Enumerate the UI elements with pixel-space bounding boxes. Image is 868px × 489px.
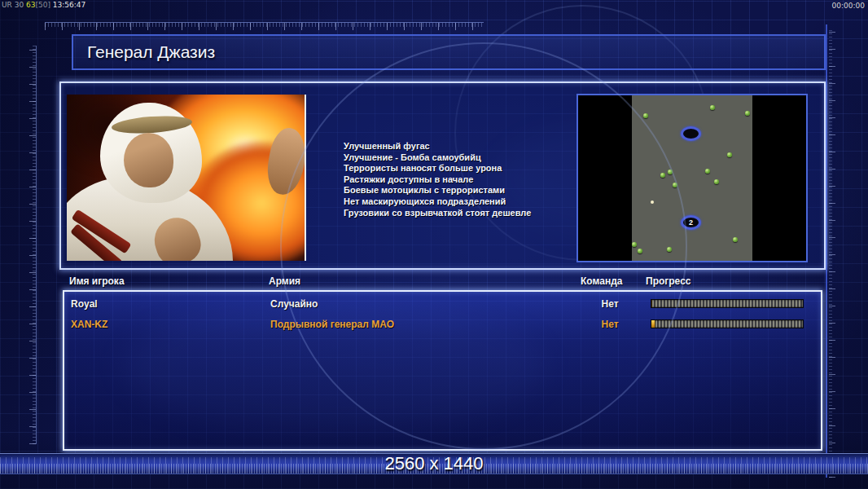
loading-screen: UR 30 63[50] 13:56:47 00:00:00 Генерал Д… <box>0 0 868 489</box>
ruler-right <box>829 29 835 478</box>
load-progress-fill <box>651 300 652 307</box>
player-row: Royal Случайно Нет <box>64 298 821 313</box>
map-tree <box>643 113 648 118</box>
map-tree <box>714 179 719 184</box>
player-row: XAN-KZ Подрывной генерал МАО Нет <box>64 319 821 333</box>
fps-clock-overlay: UR 30 63[50] 13:56:47 <box>2 1 85 10</box>
bonus-line: Улучшенный фугас <box>344 141 531 152</box>
fps-value: 63 <box>26 1 35 9</box>
ruler-left <box>29 46 37 444</box>
start-position-2: 2 <box>681 215 701 230</box>
map-tree <box>710 105 715 110</box>
player-name: XAN-KZ <box>71 319 107 330</box>
bonus-line: Террористы наносят больше урона <box>344 163 531 174</box>
load-progress-bar <box>651 299 804 308</box>
map-tree <box>673 183 677 187</box>
map-tree <box>705 169 710 174</box>
load-progress-fill <box>651 320 655 328</box>
player-team: Нет <box>577 298 642 310</box>
map-tree <box>733 237 738 242</box>
faction-bonus-list: Улучшенный фугас Улучшение - Бомба самоу… <box>344 141 531 218</box>
bonus-line: Боевые мотоциклы с террористами <box>344 185 531 196</box>
portrait-face <box>124 133 173 187</box>
frame-right-line <box>826 24 827 478</box>
title-bar: Генерал Джазиз <box>72 34 826 70</box>
player-name: Royal <box>71 298 98 310</box>
header-player-name: Имя игрока <box>69 275 125 287</box>
general-portrait <box>67 95 306 261</box>
header-team: Команда <box>581 275 622 287</box>
player-team: Нет <box>577 319 642 330</box>
fps-cap: [50] <box>35 1 50 9</box>
page-title: Генерал Джазиз <box>87 36 215 68</box>
load-progress-bar <box>651 319 804 328</box>
player-list-panel: Royal Случайно Нет XAN-KZ Подрывной гене… <box>63 290 822 451</box>
general-info-panel: Улучшенный фугас Улучшение - Бомба самоу… <box>59 82 826 270</box>
start-position-1 <box>681 126 701 141</box>
bonus-line: Улучшение - Бомба самоубийц <box>344 152 531 164</box>
game-timer: 00:00:00 <box>832 2 865 10</box>
map-tree <box>745 111 750 116</box>
system-clock: 13:56:47 <box>50 1 85 9</box>
bonus-line: Растяжки доступны в начале <box>344 174 531 186</box>
bonus-line: Нет маскирующихся подразделений <box>344 196 531 208</box>
ruler-top <box>45 22 484 30</box>
fps-overlay-prefix: UR 30 <box>2 1 26 9</box>
bonus-line: Грузовики со взрывчаткой стоят дешевле <box>344 208 531 219</box>
map-tree <box>638 249 642 253</box>
map-terrain-strip <box>632 95 752 261</box>
player-army: Случайно <box>270 298 318 310</box>
resolution-label: 2560 x 1440 <box>0 453 868 474</box>
header-army: Армия <box>269 275 300 287</box>
header-progress: Прогресс <box>646 275 690 287</box>
player-army: Подрывной генерал МАО <box>270 319 394 330</box>
map-preview: 2 <box>576 94 808 262</box>
roster-header-row: Имя игрока Армия Команда Прогресс <box>0 275 868 290</box>
map-tree <box>632 242 637 247</box>
